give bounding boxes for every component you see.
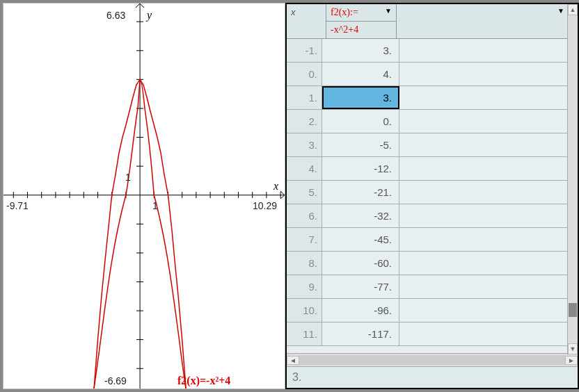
table-row[interactable]: 5.-21. [287,181,578,204]
table-header: x ▼ f2(x):= -x^2+4 ▼ [287,4,578,39]
cell-value[interactable]: -12. [322,157,399,180]
table-row[interactable]: -1.3. [287,39,578,63]
dropdown-icon[interactable]: ▼ [557,7,564,15]
cell-x[interactable]: 7. [287,228,322,251]
scroll-thumb[interactable] [569,303,577,317]
header-fn-body: -x^2+4 [326,21,396,38]
cell-empty[interactable] [399,86,578,109]
horizontal-scrollbar[interactable]: ◄ ► [287,353,578,366]
function-label[interactable]: f2(x)=-x²+4 [177,375,230,387]
scroll-track[interactable] [299,355,565,365]
cell-x[interactable]: 5. [287,181,322,204]
cell-value[interactable]: 3. [322,86,399,109]
x-axis-label: x [273,180,278,192]
cell-value[interactable]: 4. [322,63,399,85]
cell-x[interactable]: 8. [287,252,322,275]
cell-x[interactable]: 0. [287,63,322,85]
cell-empty[interactable] [399,110,578,133]
scroll-right-icon[interactable]: ► [565,356,578,365]
scroll-left-icon[interactable]: ◄ [287,356,299,365]
cell-value[interactable]: 0. [322,110,399,133]
cell-x[interactable]: 4. [287,157,322,180]
header-x-label: x [291,7,296,17]
y-axis-label: y [145,9,152,22]
cell-value[interactable]: -5. [322,133,399,156]
cell-x[interactable]: 2. [287,110,322,133]
table-row[interactable]: 8.-60. [287,252,578,275]
status-value: 3. [292,371,301,383]
axes [3,3,285,389]
cell-value[interactable]: 3. [322,39,399,62]
cell-x[interactable]: 10. [287,299,322,322]
cell-empty[interactable] [399,204,578,227]
cell-empty[interactable] [399,63,578,85]
cell-empty[interactable] [399,133,578,156]
table-row[interactable]: 7.-45. [287,228,578,252]
app-root: 6.63 y 1 x 1 -9.71 10.29 -6.69 f2(x)=-x²… [0,0,579,392]
table-row[interactable]: 1.3. [287,86,578,110]
graph-svg: 6.63 y 1 x 1 -9.71 10.29 -6.69 f2(x)=-x²… [3,3,285,389]
table-row[interactable]: 3.-5. [287,133,578,157]
header-fn[interactable]: ▼ f2(x):= -x^2+4 [326,4,397,38]
table-row[interactable]: 2.0. [287,110,578,133]
scroll-down-icon[interactable]: ▼ [568,343,578,354]
vertical-scrollbar[interactable]: ▲ ▼ [567,4,578,354]
cell-value[interactable]: -32. [322,204,399,227]
table-pane: x ▼ f2(x):= -x^2+4 ▼ -1.3.0.4.1.3.2.0.3.… [285,3,579,389]
x-min-label: -9.71 [6,200,29,211]
table-row[interactable]: 9.-77. [287,275,578,299]
cell-x[interactable]: -1. [287,39,322,62]
cell-value[interactable]: -96. [322,299,399,322]
cell-value[interactable]: -77. [322,275,399,298]
table-body: -1.3.0.4.1.3.2.0.3.-5.4.-12.5.-21.6.-32.… [287,39,578,353]
y-min-label: -6.69 [104,375,127,386]
cell-value[interactable]: -45. [322,228,399,251]
cell-empty[interactable] [399,181,578,204]
x-tick-1: 1 [152,200,158,211]
cell-value[interactable]: -60. [322,252,399,275]
cell-empty[interactable] [399,39,578,62]
table-row[interactable]: 10.-96. [287,299,578,322]
cell-empty[interactable] [399,299,578,322]
cell-empty[interactable] [399,252,578,275]
x-max-label: 10.29 [253,200,277,211]
cell-value[interactable]: -21. [322,181,399,204]
header-x[interactable]: x [287,4,326,38]
y-max-label: 6.63 [106,10,125,21]
cell-empty[interactable] [399,322,578,345]
graph-pane[interactable]: 6.63 y 1 x 1 -9.71 10.29 -6.69 f2(x)=-x²… [3,3,285,389]
cell-empty[interactable] [399,275,578,298]
status-bar: 3. [287,366,578,388]
cell-x[interactable]: 3. [287,133,322,156]
table-row[interactable]: 4.-12. [287,157,578,181]
cell-empty[interactable] [399,157,578,180]
cell-x[interactable]: 9. [287,275,322,298]
table-row[interactable]: 6.-32. [287,204,578,228]
scroll-up-icon[interactable]: ▲ [568,4,578,15]
dropdown-icon[interactable]: ▼ [385,7,392,15]
header-empty[interactable]: ▼ [397,4,578,38]
table-row[interactable]: 11.-117. [287,322,578,346]
table-row[interactable]: 0.4. [287,63,578,86]
y-tick-1: 1 [125,172,131,183]
cell-x[interactable]: 1. [287,86,322,109]
cell-x[interactable]: 6. [287,204,322,227]
cell-x[interactable]: 11. [287,322,322,345]
cell-empty[interactable] [399,228,578,251]
cell-value[interactable]: -117. [322,322,399,345]
